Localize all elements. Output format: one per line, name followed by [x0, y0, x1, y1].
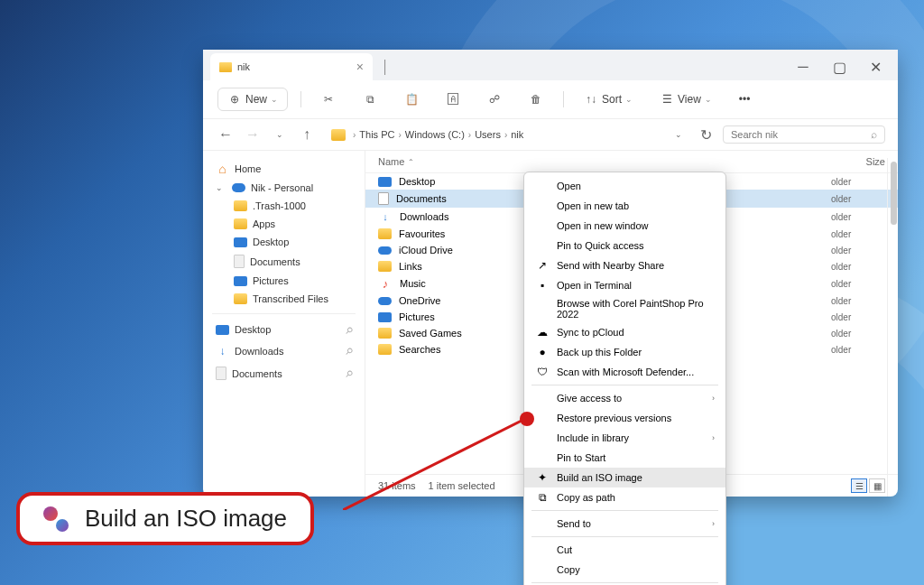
close-button[interactable]: ✕ — [860, 54, 891, 79]
context-menu-item[interactable]: Pin to Start — [524, 448, 725, 468]
maximize-button[interactable]: ▢ — [824, 54, 855, 79]
dropdown-button[interactable]: ⌄ — [669, 125, 688, 144]
refresh-button[interactable]: ↻ — [696, 125, 716, 144]
menu-item-label: Pin to Quick access — [557, 240, 715, 251]
sidebar-pinned[interactable]: Desktop⚲ — [203, 320, 365, 339]
minimize-button[interactable]: ─ — [788, 54, 818, 79]
view-button[interactable]: ☰View⌄ — [652, 88, 719, 110]
sidebar-personal[interactable]: ⌄Nik - Personal — [203, 179, 365, 197]
column-name[interactable]: Name⌃ — [378, 156, 813, 167]
tab-bar: nik × │ ─ ▢ ✕ — [203, 50, 898, 80]
file-icon — [378, 192, 389, 205]
menu-item-icon: 🛡 — [535, 365, 550, 379]
context-menu-item[interactable]: ☁Sync to pCloud — [524, 322, 725, 342]
menu-item-label: Open — [557, 181, 715, 191]
menu-item-label: Browse with Corel PaintShop Pro 2022 — [557, 298, 715, 320]
up-button[interactable]: ↑ — [297, 125, 317, 144]
sort-icon: ↑↓ — [584, 92, 598, 107]
pin-icon: ⚲ — [343, 324, 355, 336]
recent-button[interactable]: ⌄ — [270, 125, 290, 144]
breadcrumb-item[interactable]: Windows (C:) — [405, 129, 465, 140]
sidebar-item[interactable]: Pictures — [203, 272, 365, 290]
trash-icon: 🗑 — [529, 92, 543, 107]
breadcrumb[interactable]: › This PC› Windows (C:)› Users› nik — [324, 125, 661, 144]
context-menu-item[interactable]: Give access to› — [524, 388, 725, 408]
file-type: older — [831, 312, 885, 322]
context-menu-item[interactable]: Open in new tab — [524, 196, 725, 216]
back-button[interactable]: ← — [216, 125, 236, 144]
paste-button[interactable]: 📋 — [397, 88, 426, 110]
context-menu-item[interactable]: Send to› — [524, 514, 725, 534]
selection-count: 1 item selected — [429, 480, 495, 491]
file-type: older — [831, 329, 885, 339]
context-menu-item[interactable]: 🛡Scan with Microsoft Defender... — [524, 362, 725, 382]
context-menu-item[interactable]: Open in new window — [524, 216, 725, 236]
file-type: older — [831, 229, 885, 239]
file-icon — [378, 228, 392, 239]
sidebar-pinned[interactable]: Documents⚲ — [203, 362, 365, 385]
close-tab-icon[interactable]: × — [356, 60, 364, 74]
rename-button[interactable]: 🄰 — [439, 88, 467, 110]
sidebar-item[interactable]: Documents — [203, 251, 365, 272]
new-tab-button[interactable]: │ — [373, 56, 399, 78]
context-menu-item[interactable]: Open — [524, 176, 725, 196]
details-view-button[interactable]: ☰ — [851, 478, 867, 493]
breadcrumb-item[interactable]: nik — [511, 129, 523, 140]
context-menu-item[interactable]: Browse with Corel PaintShop Pro 2022 — [524, 295, 725, 322]
breadcrumb-item[interactable]: This PC — [359, 129, 394, 140]
sidebar-home[interactable]: Home — [203, 158, 365, 179]
context-menu-item[interactable]: Include in library› — [524, 428, 725, 448]
folder-icon — [219, 62, 232, 72]
sidebar-pinned[interactable]: Downloads⚲ — [203, 339, 365, 362]
tab-title: nik — [237, 61, 250, 72]
forward-button[interactable]: → — [243, 125, 263, 144]
menu-item-icon: ✦ — [535, 470, 550, 485]
context-menu-item[interactable]: ↗Send with Nearby Share — [524, 255, 725, 275]
sidebar-item[interactable]: Desktop — [203, 233, 365, 251]
sidebar-item[interactable]: .Trash-1000 — [203, 197, 365, 215]
menu-item-label: Back up this Folder — [557, 347, 715, 358]
context-menu-item[interactable]: Restore previous versions — [524, 408, 725, 428]
context-menu-item[interactable]: ⧉Copy as path — [524, 488, 725, 507]
menu-item-label: Open in Terminal — [557, 280, 715, 291]
cut-button[interactable]: ✂ — [314, 88, 343, 110]
menu-item-label: Sync to pCloud — [557, 327, 715, 338]
menu-item-label: Include in library — [557, 432, 705, 443]
copy-button[interactable]: ⧉ — [356, 88, 384, 110]
file-type: older — [831, 246, 885, 255]
context-menu-item[interactable]: ▪Open in Terminal — [524, 275, 725, 295]
sidebar-item[interactable]: Apps — [203, 215, 365, 233]
icons-view-button[interactable]: ▦ — [869, 478, 885, 493]
context-menu-item[interactable]: ✦Build an ISO image — [524, 468, 725, 488]
context-menu-item[interactable]: Pin to Quick access — [524, 236, 725, 255]
download-icon — [216, 344, 229, 358]
breadcrumb-item[interactable]: Users — [475, 129, 501, 140]
column-headers: Name⌃ Size — [365, 151, 898, 173]
chevron-right-icon: › — [712, 519, 715, 528]
menu-item-label: Copy as path — [557, 492, 715, 503]
sort-asc-icon: ⌃ — [408, 158, 414, 166]
menu-item-icon — [535, 411, 550, 425]
column-size[interactable]: Size — [813, 156, 885, 167]
context-menu-item[interactable]: Cut — [524, 540, 725, 560]
more-button[interactable]: ••• — [732, 89, 758, 109]
sidebar-item[interactable]: Transcribed Files — [203, 290, 365, 308]
menu-item-icon — [535, 562, 550, 577]
menu-item-icon: ↗ — [535, 258, 550, 273]
desktop-icon — [234, 237, 247, 247]
menu-item-icon — [535, 516, 550, 531]
new-button[interactable]: ⊕New⌄ — [217, 88, 288, 111]
context-menu-item[interactable]: ●Back up this Folder — [524, 342, 725, 362]
share-button[interactable]: ☍ — [480, 88, 509, 110]
menu-item-label: Scan with Microsoft Defender... — [557, 367, 715, 377]
sort-button[interactable]: ↑↓Sort⌄ — [577, 88, 640, 110]
menu-item-label: Copy — [557, 564, 715, 575]
context-menu-item[interactable]: Copy — [524, 560, 725, 580]
scrollbar-thumb[interactable] — [891, 162, 897, 225]
delete-button[interactable]: 🗑 — [522, 88, 550, 110]
search-box[interactable]: ⌕ — [723, 125, 885, 144]
search-input[interactable] — [731, 129, 877, 140]
tab-nik[interactable]: nik × — [210, 53, 373, 80]
view-icon: ☰ — [660, 92, 674, 107]
scrollbar[interactable] — [887, 158, 900, 497]
